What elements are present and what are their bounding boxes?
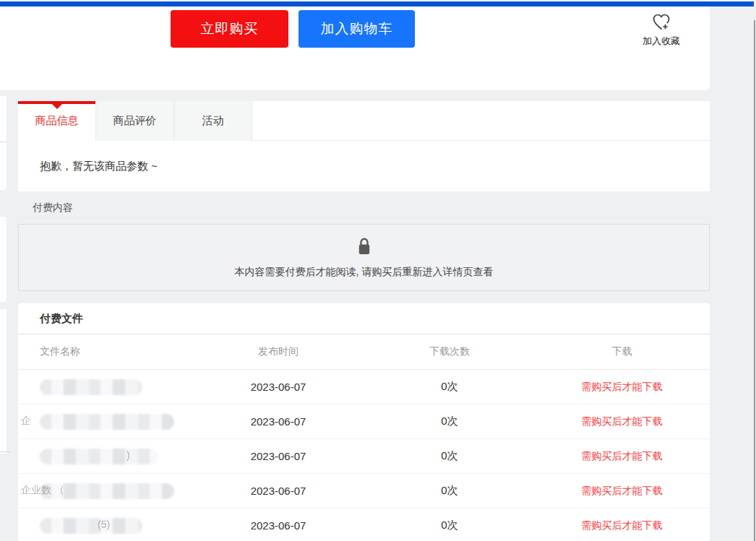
download-link[interactable]: 需购买后才能下载	[582, 415, 663, 427]
table-row: ) 2023-06-07 0次 需购买后才能下载	[18, 439, 710, 474]
download-link[interactable]: 需购买后才能下载	[582, 485, 663, 496]
file-name-hint: (5)	[98, 519, 110, 530]
product-action-bar: 立即购买 加入购物车 加入收藏	[0, 7, 710, 90]
detail-tabs: 商品信息 商品评价 活动	[18, 101, 710, 141]
window-right-edge	[754, 20, 755, 541]
publish-date: 2023-06-07	[251, 450, 306, 462]
file-name-redacted: )	[18, 449, 158, 464]
file-name-hint: 企	[21, 415, 31, 428]
lock-icon	[356, 237, 373, 259]
left-panel-edge	[0, 96, 7, 190]
download-count: 0次	[441, 380, 458, 394]
file-name-redacted: 企业数 （	[18, 483, 174, 499]
publish-date: 2023-06-07	[251, 381, 306, 393]
tab-label: 商品评价	[113, 114, 157, 128]
table-row: 企 2023-06-07 0次 需购买后才能下载	[18, 404, 710, 439]
favorite-label: 加入收藏	[629, 35, 694, 48]
column-header-download-count: 下载次数	[429, 345, 470, 358]
files-table-header: 文件名称 发布时间 下载次数 下载	[18, 334, 710, 370]
publish-date: 2023-06-07	[251, 415, 306, 428]
left-panel-edge	[0, 309, 7, 454]
publish-date: 2023-06-07	[251, 519, 306, 532]
table-row: 企业数 （ 2023-06-07 0次 需购买后才能下载	[18, 474, 710, 508]
download-link[interactable]: 需购买后才能下载	[582, 519, 663, 531]
download-count: 0次	[441, 415, 458, 428]
left-panel-divider	[0, 451, 11, 452]
table-row: (5) 2023-06-07 0次 需购买后才能下载	[18, 508, 710, 541]
left-panel-divider	[0, 142, 7, 142]
file-name-hint: )	[126, 449, 130, 461]
column-header-download: 下载	[612, 345, 632, 358]
paid-content-section-title: 付费内容	[33, 202, 73, 215]
tab-label: 商品信息	[35, 114, 79, 128]
paid-files-panel: 付费文件 文件名称 发布时间 下载次数 下载 2023-06-07 0次 需购买…	[18, 303, 710, 541]
left-panel-edge	[0, 217, 7, 302]
add-to-cart-button[interactable]: 加入购物车	[298, 10, 415, 48]
tab-product-info[interactable]: 商品信息	[18, 101, 96, 141]
tab-label: 活动	[202, 114, 224, 128]
buy-now-button[interactable]: 立即购买	[171, 10, 288, 48]
column-header-publish-time: 发布时间	[258, 345, 298, 358]
file-name-redacted: 企	[18, 414, 174, 430]
download-count: 0次	[441, 484, 458, 498]
add-to-favorites-button[interactable]: 加入收藏	[629, 12, 694, 48]
download-link[interactable]: 需购买后才能下载	[582, 381, 663, 392]
no-parameters-message: 抱歉，暂无该商品参数 ~	[18, 141, 710, 191]
top-accent-bar	[0, 1, 754, 7]
publish-date: 2023-06-07	[251, 485, 306, 497]
product-detail-panel: 商品信息 商品评价 活动 抱歉，暂无该商品参数 ~	[18, 101, 710, 191]
tab-row-spacer	[252, 101, 710, 140]
column-header-filename: 文件名称	[18, 345, 80, 358]
locked-content-box: 本内容需要付费后才能阅读, 请购买后重新进入详情页查看	[18, 224, 710, 291]
download-count: 0次	[441, 519, 458, 532]
download-link[interactable]: 需购买后才能下载	[582, 450, 663, 462]
paid-files-section-title: 付费文件	[18, 303, 710, 334]
file-name-redacted	[18, 379, 142, 395]
file-name-hint: 企业数 （	[21, 484, 64, 497]
active-tab-notch-icon	[52, 104, 62, 109]
download-count: 0次	[441, 449, 458, 463]
tab-product-reviews[interactable]: 商品评价	[96, 101, 174, 141]
heart-plus-icon	[629, 12, 694, 33]
table-row: 2023-06-07 0次 需购买后才能下载	[18, 370, 710, 404]
tab-activities[interactable]: 活动	[174, 101, 252, 141]
locked-content-message: 本内容需要付费后才能阅读, 请购买后重新进入详情页查看	[235, 266, 494, 279]
file-name-redacted: (5)	[18, 518, 142, 534]
